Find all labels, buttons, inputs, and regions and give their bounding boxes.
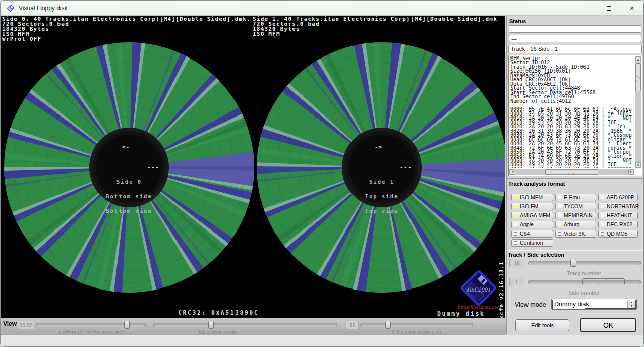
horizontal-scrollbar[interactable]: ◄ ► [509, 169, 634, 175]
x-scale-slider-thumb[interactable] [208, 321, 214, 329]
view-toolbar: View 85.00 x offset (% of the track len)… [1, 318, 506, 335]
unchecked-box-icon [514, 241, 517, 245]
unchecked-box-icon [558, 196, 561, 199]
section-divider [507, 250, 644, 251]
dummy-disk-label: Dummy disk [437, 310, 485, 317]
vertical-scroll-thumb[interactable] [635, 63, 641, 91]
format-toggle-e-emu[interactable]: E-Emu [555, 194, 596, 201]
scroll-down-icon[interactable]: ▼ [635, 162, 641, 168]
unchecked-box-icon [514, 232, 517, 236]
unchecked-box-icon [558, 214, 561, 217]
minimize-icon: — [583, 5, 589, 11]
crc32-label: CRC32: 0xA513890C [178, 309, 259, 316]
format-column-1: ISO MFMISO FMAMIGA MFMAppleC64Centurion [511, 194, 553, 247]
spinner-icon[interactable]: ▲▼ [627, 300, 635, 308]
format-toggle-apple[interactable]: Apple [511, 221, 553, 228]
format-column-2: E-EmuTYCOMMEMBRAINArburgVictor 9K [555, 194, 596, 238]
maximize-button[interactable] [597, 1, 620, 16]
format-toggle-tycom[interactable]: TYCOM [555, 203, 596, 210]
x-offset-field[interactable]: 85.00 [18, 321, 34, 329]
format-toggle-victor-9k[interactable]: Victor 9K [555, 230, 596, 238]
format-toggle-dec-rx02[interactable]: DEC RX02 [598, 221, 638, 228]
view-mode-value: Dummy disk [554, 301, 589, 308]
scroll-right-icon[interactable]: ► [628, 169, 634, 175]
view-mode-dropdown[interactable]: Dummy disk ▲▼ [551, 299, 637, 310]
y-scale-field[interactable]: 16 [346, 321, 359, 329]
format-toggle-iso-mfm[interactable]: ISO MFM [511, 194, 553, 201]
x-offset-slider-thumb[interactable] [124, 321, 130, 329]
scroll-left-icon[interactable]: ◄ [510, 169, 515, 175]
unchecked-box-icon [601, 223, 604, 226]
format-toggle-northstar[interactable]: NORTHSTAR [598, 203, 638, 210]
unchecked-box-icon [558, 223, 561, 226]
horizontal-scroll-thumb[interactable] [545, 169, 598, 175]
track-side-group-label: Track / Side selection [508, 252, 564, 258]
sector-info-textarea[interactable]: MFM Sector Sector ID:012 Track ID:016 - … [508, 55, 642, 176]
track-slider-track[interactable] [528, 261, 641, 265]
view-mode-label: View mode [515, 301, 546, 308]
track-analysis-group-label: Track analysis format [508, 181, 565, 187]
window-bottom-strip [1, 335, 643, 347]
track-number-label: Track number [527, 270, 641, 276]
unchecked-box-icon [601, 196, 604, 199]
window-controls: — ✕ [574, 1, 643, 16]
format-toggle-aed-6200p[interactable]: AED 6200P [598, 194, 638, 201]
library-version-label: libhxcfe v2.16.13.1 [498, 234, 505, 318]
track-number-field[interactable]: 16 [509, 259, 524, 267]
format-toggle-centurion[interactable]: Centurion [511, 239, 553, 247]
checked-box-icon [514, 196, 517, 199]
right-panel: Status --- --- Track : 16 Side : 1 MFM S… [506, 16, 644, 334]
unchecked-box-icon [601, 205, 604, 208]
side-slider-thumb[interactable] [582, 278, 625, 285]
close-button[interactable]: ✕ [620, 1, 643, 16]
unchecked-box-icon [514, 223, 517, 226]
format-toggle-heathkit[interactable]: HEATHKIT [598, 212, 638, 219]
app-icon [7, 4, 15, 12]
minimize-button[interactable]: — [574, 1, 597, 16]
status-field-2[interactable]: --- [509, 35, 641, 42]
x-scale-slider-track[interactable] [153, 323, 337, 327]
unchecked-box-icon [601, 214, 604, 217]
track-slider-thumb[interactable] [570, 259, 576, 267]
side1-rotation-arrow: -> [375, 144, 382, 150]
format-toggle-iso-fm[interactable]: ISO FM [511, 203, 553, 210]
vertical-scrollbar[interactable]: ▲ ▼ [635, 56, 641, 168]
disk-visualization[interactable] [1, 16, 505, 318]
side0-info-text: Side 0, 40 Tracks.itan Electronics Corp)… [2, 17, 251, 42]
section-divider [507, 178, 644, 179]
hxc-url-label: https://hxc2001.com [458, 305, 501, 310]
y-scale-slider-thumb[interactable] [385, 321, 391, 329]
app-window: Visual Floppy disk — ✕ Side 0, 40 Tracks… [0, 0, 644, 347]
track-side-status-field[interactable]: Track : 16 Side : 1 [508, 45, 642, 53]
scroll-up-icon[interactable]: ▲ [635, 56, 641, 62]
edit-tools-button[interactable]: Edit tools [515, 319, 569, 331]
status-group-label: Status [509, 18, 526, 24]
format-toggle-membrain[interactable]: MEMBRAIN [555, 212, 596, 219]
side-number-label: Side number [527, 290, 641, 296]
ok-button[interactable]: OK [580, 318, 636, 332]
checked-box-icon [514, 214, 517, 217]
side0-hub-labels: Side 0 Bottom side Bottom view [84, 170, 174, 223]
side0-rotation-arrow: <- [122, 144, 130, 150]
close-icon: ✕ [629, 5, 634, 12]
maximize-icon [607, 6, 611, 11]
unchecked-box-icon [558, 205, 561, 208]
logo-text: HxC2001 [466, 287, 490, 293]
side-number-field[interactable]: 1 [509, 278, 524, 286]
title-bar: Visual Floppy disk — ✕ [1, 1, 643, 16]
view-label: View [3, 320, 17, 327]
format-column-3: AED 6200PNORTHSTARHEATHKITDEC RX02QD MO5 [598, 194, 638, 238]
side1-hub-labels: Side 1 Top side Top view [336, 170, 427, 223]
window-title: Visual Floppy disk [19, 5, 68, 12]
side1-info-text: Side 1, 40 Tracks.itan Electronics Corp)… [253, 17, 497, 37]
format-toggle-arburg[interactable]: Arburg [555, 221, 596, 228]
checked-box-icon [514, 205, 517, 208]
y-scale-slider-track[interactable] [360, 323, 473, 327]
format-toggle-amiga-mfm[interactable]: AMIGA MFM [511, 212, 553, 219]
format-toggle-qd-mo5[interactable]: QD MO5 [598, 230, 638, 238]
unchecked-box-icon [558, 232, 561, 236]
format-toggle-c64[interactable]: C64 [511, 230, 553, 238]
sector-info-text: MFM Sector Sector ID:012 Track ID:016 - … [510, 56, 634, 168]
hxc2001-logo: HxC2001 [457, 270, 500, 308]
status-field-1[interactable]: --- [509, 25, 641, 33]
